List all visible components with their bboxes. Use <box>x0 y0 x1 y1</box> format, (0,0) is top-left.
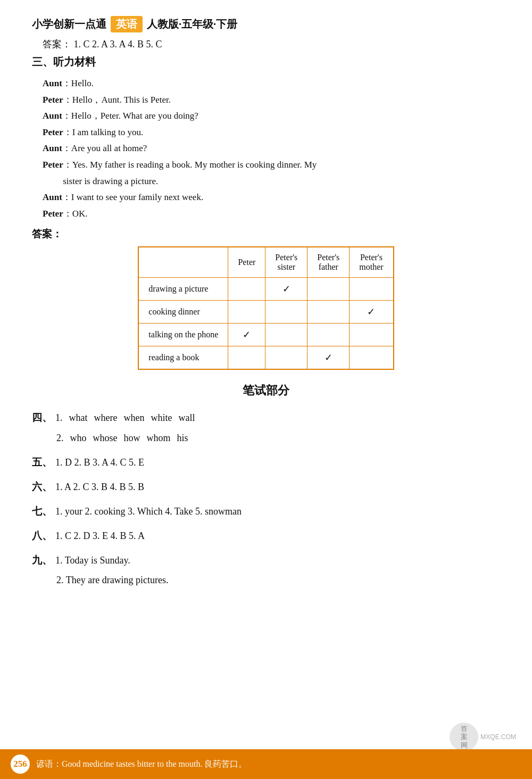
word-his: his <box>177 428 188 449</box>
section-seven-content: 1. your 2. cooking 3. Which 4. Take 5. s… <box>55 502 242 522</box>
table-row: cooking dinner ✓ <box>138 301 393 324</box>
word-white: white <box>151 408 172 428</box>
cell-talking-father <box>307 324 350 346</box>
dialogue-line-6b: sister is drawing a picture. <box>43 173 500 190</box>
dialogue-line-3: Aunt：Hello，Peter. What are you doing? <box>43 108 500 125</box>
section-five-content: 1. D 2. B 3. A 4. C 5. E <box>55 453 144 473</box>
section-eight: 八、 1. C 2. D 3. E 4. B 5. A <box>32 525 500 546</box>
section-nine-line2: 2. They are drawing pictures. <box>53 570 500 591</box>
written-section-title: 笔试部分 <box>32 383 500 399</box>
proverb-en: 谚语：Good medicine tastes bitter to the mo… <box>36 759 202 768</box>
proverb-zh: 良药苦口。 <box>204 759 247 768</box>
section-four-line1-num: 1. <box>55 408 63 428</box>
section-six: 六、 1. A 2. C 3. B 4. B 5. B <box>32 476 500 498</box>
activity-drawing: drawing a picture <box>138 278 228 301</box>
table-row: talking on the phone ✓ <box>138 324 393 346</box>
bottom-bar: 256 谚语：Good medicine tastes bitter to th… <box>0 749 532 779</box>
section-nine: 九、 1. Today is Sunday. 2. They are drawi… <box>32 550 500 591</box>
section-four: 四、 1. what where when white wall 2. who … <box>32 407 500 449</box>
answer-label: 答案： <box>32 227 500 241</box>
dialogue-line-5: Aunt：Are you all at home? <box>43 140 500 157</box>
cell-cooking-father <box>307 301 350 324</box>
cell-drawing-peter <box>228 278 265 301</box>
cell-drawing-sister: ✓ <box>265 278 307 301</box>
table-row: drawing a picture ✓ <box>138 278 393 301</box>
section-eight-line: 八、 1. C 2. D 3. E 4. B 5. A <box>32 525 500 546</box>
cell-reading-sister <box>265 346 307 370</box>
section-five-line: 五、 1. D 2. B 3. A 4. C 5. E <box>32 452 500 473</box>
section-nine-line1-content: 1. Today is Sunday. <box>55 551 130 571</box>
cell-reading-father: ✓ <box>307 346 350 370</box>
header: 小学创新一点通 英语 人教版·五年级·下册 <box>32 16 500 32</box>
table-header-row: Peter Peter'ssister Peter'sfather Peter'… <box>138 247 393 278</box>
col-father: Peter'sfather <box>307 247 350 278</box>
dialogue-block: Aunt：Hello. Peter：Hello，Aunt. This is Pe… <box>43 76 500 222</box>
word-whose: whose <box>93 428 118 449</box>
word-whom: whom <box>147 428 171 449</box>
word-when: when <box>123 408 144 428</box>
answer-top-label: 答案： <box>43 39 71 49</box>
section-four-label: 四、 <box>32 407 52 428</box>
cell-drawing-father <box>307 278 350 301</box>
cell-talking-mother <box>350 324 394 346</box>
subject-label: 英语 <box>111 16 143 32</box>
answer-stamp: 答案网 <box>450 723 478 751</box>
dialogue-line-1: Aunt：Hello. <box>43 76 500 92</box>
brand-title: 小学创新一点通 <box>32 17 106 31</box>
section-eight-content: 1. C 2. D 3. E 4. B 5. A <box>55 526 145 546</box>
section-five: 五、 1. D 2. B 3. A 4. C 5. E <box>32 452 500 473</box>
answer-top: 答案： 1. C 2. A 3. A 4. B 5. C <box>43 38 500 51</box>
dialogue-line-7: Aunt：I want to see your family next week… <box>43 189 500 206</box>
word-how: how <box>124 428 140 449</box>
cell-reading-peter <box>228 346 265 370</box>
proverb-text: 谚语：Good medicine tastes bitter to the mo… <box>36 759 247 770</box>
page-number: 256 <box>11 755 30 774</box>
section-nine-label: 九、 <box>32 550 52 571</box>
dialogue-line-4: Peter：I am talking to you. <box>43 125 500 141</box>
watermark-area: 答案网 MXQE.COM <box>450 723 516 751</box>
activity-reading: reading a book <box>138 346 228 370</box>
section-seven-label: 七、 <box>32 501 52 522</box>
page: 小学创新一点通 英语 人教版·五年级·下册 答案： 1. C 2. A 3. A… <box>0 0 532 779</box>
edition-label: 人教版·五年级·下册 <box>147 17 237 31</box>
col-peter: Peter <box>228 247 265 278</box>
activity-talking: talking on the phone <box>138 324 228 346</box>
table-wrapper: Peter Peter'ssister Peter'sfather Peter'… <box>32 246 500 370</box>
word-wall: wall <box>178 408 195 428</box>
dialogue-line-8: Peter：OK. <box>43 206 500 222</box>
section-five-label: 五、 <box>32 452 52 473</box>
cell-cooking-sister <box>265 301 307 324</box>
section-six-line: 六、 1. A 2. C 3. B 4. B 5. B <box>32 476 500 498</box>
answer-table: Peter Peter'ssister Peter'sfather Peter'… <box>138 246 394 370</box>
cell-talking-sister <box>265 324 307 346</box>
section-four-line2: 2. who whose how whom his <box>53 428 500 449</box>
word-who: who <box>70 428 87 449</box>
col-sister: Peter'ssister <box>265 247 307 278</box>
section-four-line1: 四、 1. what where when white wall <box>32 407 500 428</box>
table-row: reading a book ✓ <box>138 346 393 370</box>
section-four-line2-num: 2. <box>56 428 64 449</box>
section-seven: 七、 1. your 2. cooking 3. Which 4. Take 5… <box>32 501 500 522</box>
cell-cooking-peter <box>228 301 265 324</box>
answer-top-content: 1. C 2. A 3. A 4. B 5. C <box>74 39 162 49</box>
word-what: what <box>69 408 88 428</box>
section-nine-line2-content: 2. They are drawing pictures. <box>56 570 169 591</box>
cell-cooking-mother: ✓ <box>350 301 394 324</box>
word-where: where <box>94 408 118 428</box>
col-activity <box>138 247 228 278</box>
activity-cooking: cooking dinner <box>138 301 228 324</box>
section-six-content: 1. A 2. C 3. B 4. B 5. B <box>55 477 144 498</box>
cell-reading-mother <box>350 346 394 370</box>
section-eight-label: 八、 <box>32 525 52 546</box>
section-three-title: 三、听力材料 <box>32 55 500 69</box>
cell-drawing-mother <box>350 278 394 301</box>
dialogue-line-2: Peter：Hello，Aunt. This is Peter. <box>43 92 500 109</box>
mxqe-text: MXQE.COM <box>480 733 516 741</box>
section-seven-line: 七、 1. your 2. cooking 3. Which 4. Take 5… <box>32 501 500 522</box>
col-mother: Peter'smother <box>350 247 394 278</box>
section-nine-line1: 九、 1. Today is Sunday. <box>32 550 500 571</box>
cell-talking-peter: ✓ <box>228 324 265 346</box>
dialogue-line-6: Peter：Yes. My father is reading a book. … <box>43 157 500 173</box>
section-six-label: 六、 <box>32 476 52 498</box>
